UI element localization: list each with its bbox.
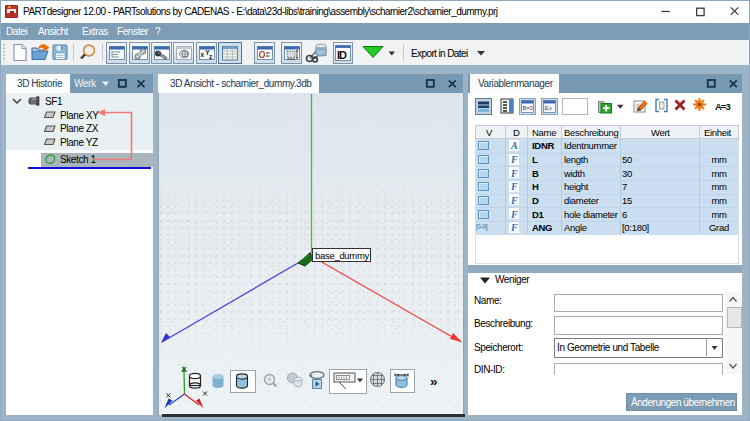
svg-text:ID: ID: [337, 49, 347, 61]
svg-text:x: x: [549, 105, 552, 111]
svg-text:E: E: [545, 105, 549, 111]
svg-text:x: x: [200, 51, 204, 58]
svg-text:A=3: A=3: [715, 101, 730, 112]
